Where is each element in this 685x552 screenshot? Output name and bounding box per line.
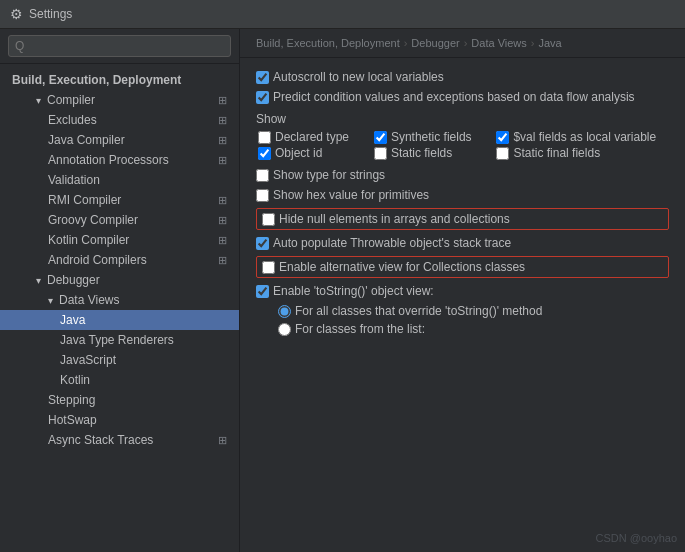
cell-static-fields: Static fields [374, 146, 485, 160]
cb-static-final-fields[interactable] [496, 147, 509, 160]
sidebar-item-kotlin-compiler[interactable]: Kotlin Compiler ⊞ [0, 230, 239, 250]
autoscroll-text: Autoscroll to new local variables [273, 70, 444, 84]
search-input[interactable] [8, 35, 231, 57]
show-type-strings-label[interactable]: Show type for strings [256, 168, 385, 182]
sidebar-label-annotation: Annotation Processors [48, 153, 169, 167]
sidebar-item-java-type-renderers[interactable]: Java Type Renderers [0, 330, 239, 350]
auto-populate-text: Auto populate Throwable object's stack t… [273, 236, 511, 250]
settings-icon: ⚙ [10, 6, 23, 22]
sidebar-item-compiler[interactable]: ▾ Compiler ⊞ [0, 90, 239, 110]
hide-null-row: Hide null elements in arrays and collect… [256, 208, 669, 230]
sidebar-item-build-execution[interactable]: Build, Execution, Deployment [0, 70, 239, 90]
cb-declared-type[interactable] [258, 131, 271, 144]
sidebar-label-javascript: JavaScript [60, 353, 116, 367]
cb-show-type-strings[interactable] [256, 169, 269, 182]
sidebar-label-hotswap: HotSwap [48, 413, 97, 427]
sep1: › [404, 37, 408, 49]
page-icon: ⊞ [218, 134, 227, 147]
cb-object-id[interactable] [258, 147, 271, 160]
enable-tostring-text: Enable 'toString()' object view: [273, 284, 434, 298]
sidebar-item-java-compiler[interactable]: Java Compiler ⊞ [0, 130, 239, 150]
enable-tostring-label[interactable]: Enable 'toString()' object view: [256, 284, 434, 298]
sidebar-label-async-stack: Async Stack Traces [48, 433, 153, 447]
label-declared-type: Declared type [275, 130, 349, 144]
cb-show-hex[interactable] [256, 189, 269, 202]
sidebar-item-debugger[interactable]: ▾ Debugger [0, 270, 239, 290]
radio-list-classes[interactable] [278, 323, 291, 336]
sidebar-item-hotswap[interactable]: HotSwap [0, 410, 239, 430]
page-icon: ⊞ [218, 234, 227, 247]
cell-synthetic-fields: Synthetic fields [374, 130, 485, 144]
show-hex-label[interactable]: Show hex value for primitives [256, 188, 429, 202]
sidebar-label-groovy: Groovy Compiler [48, 213, 138, 227]
label-val-fields: $val fields as local variable [513, 130, 656, 144]
page-icon: ⊞ [218, 154, 227, 167]
sidebar-label-build: Build, Execution, Deployment [12, 73, 181, 87]
sidebar-item-kotlin[interactable]: Kotlin [0, 370, 239, 390]
sidebar-item-async-stack[interactable]: Async Stack Traces ⊞ [0, 430, 239, 450]
breadcrumb-debugger: Debugger [411, 37, 459, 49]
sidebar-item-annotation-processors[interactable]: Annotation Processors ⊞ [0, 150, 239, 170]
sidebar: Build, Execution, Deployment ▾ Compiler … [0, 29, 240, 552]
sidebar-label-android: Android Compilers [48, 253, 147, 267]
page-icon: ⊞ [218, 194, 227, 207]
cell-static-final-fields: Static final fields [496, 146, 669, 160]
sidebar-item-rmi-compiler[interactable]: RMI Compiler ⊞ [0, 190, 239, 210]
cb-val-fields[interactable] [496, 131, 509, 144]
sidebar-item-javascript[interactable]: JavaScript [0, 350, 239, 370]
window-title: Settings [29, 7, 72, 21]
cb-auto-populate[interactable] [256, 237, 269, 250]
show-grid: Declared type Synthetic fields $val fiel… [256, 130, 669, 160]
radio-row-list: For classes from the list: [278, 322, 669, 336]
breadcrumb-java: Java [538, 37, 561, 49]
cb-enable-alt-view[interactable] [262, 261, 275, 274]
title-bar: ⚙ Settings [0, 0, 685, 29]
cb-static-fields[interactable] [374, 147, 387, 160]
predict-condition-row: Predict condition values and exceptions … [256, 90, 669, 104]
radio-all-classes[interactable] [278, 305, 291, 318]
sidebar-item-groovy-compiler[interactable]: Groovy Compiler ⊞ [0, 210, 239, 230]
sidebar-label-java: Java [60, 313, 85, 327]
radio-row-all: For all classes that override 'toString(… [278, 304, 669, 318]
page-icon: ⊞ [218, 214, 227, 227]
main-container: Build, Execution, Deployment ▾ Compiler … [0, 29, 685, 552]
sidebar-label-excludes: Excludes [48, 113, 97, 127]
predict-condition-label[interactable]: Predict condition values and exceptions … [256, 90, 635, 104]
enable-alt-view-text: Enable alternative view for Collections … [279, 260, 525, 274]
sidebar-item-java[interactable]: Java [0, 310, 239, 330]
hide-null-text: Hide null elements in arrays and collect… [279, 212, 510, 226]
watermark: CSDN @ooyhao [596, 532, 677, 544]
autoscroll-checkbox[interactable] [256, 71, 269, 84]
radio-label-all-classes: For all classes that override 'toString(… [295, 304, 542, 318]
cb-hide-null[interactable] [262, 213, 275, 226]
sep3: › [531, 37, 535, 49]
settings-page-icon: ⊞ [218, 94, 227, 107]
show-type-strings-text: Show type for strings [273, 168, 385, 182]
sidebar-item-android-compilers[interactable]: Android Compilers ⊞ [0, 250, 239, 270]
sidebar-content: Build, Execution, Deployment ▾ Compiler … [0, 64, 239, 456]
collapse-icon-data-views: ▾ [48, 295, 53, 306]
predict-condition-checkbox[interactable] [256, 91, 269, 104]
enable-tostring-row: Enable 'toString()' object view: [256, 284, 669, 298]
show-hex-text: Show hex value for primitives [273, 188, 429, 202]
show-type-strings-row: Show type for strings [256, 168, 669, 182]
cb-synthetic-fields[interactable] [374, 131, 387, 144]
sidebar-item-validation[interactable]: Validation [0, 170, 239, 190]
autoscroll-label[interactable]: Autoscroll to new local variables [256, 70, 444, 84]
sidebar-label-stepping: Stepping [48, 393, 95, 407]
sidebar-label-validation: Validation [48, 173, 100, 187]
sidebar-item-data-views[interactable]: ▾ Data Views [0, 290, 239, 310]
sidebar-item-excludes[interactable]: Excludes ⊞ [0, 110, 239, 130]
cb-enable-tostring[interactable] [256, 285, 269, 298]
sidebar-label-compiler: Compiler [47, 93, 95, 107]
sidebar-label-data-views: Data Views [59, 293, 119, 307]
sidebar-label-rmi: RMI Compiler [48, 193, 121, 207]
auto-populate-label[interactable]: Auto populate Throwable object's stack t… [256, 236, 511, 250]
collapse-icon: ▾ [36, 95, 41, 106]
auto-populate-row: Auto populate Throwable object's stack t… [256, 236, 669, 250]
sidebar-item-stepping[interactable]: Stepping [0, 390, 239, 410]
sidebar-label-kotlin-dv: Kotlin [60, 373, 90, 387]
sidebar-label-kotlin: Kotlin Compiler [48, 233, 129, 247]
label-static-fields: Static fields [391, 146, 452, 160]
sep2: › [464, 37, 468, 49]
